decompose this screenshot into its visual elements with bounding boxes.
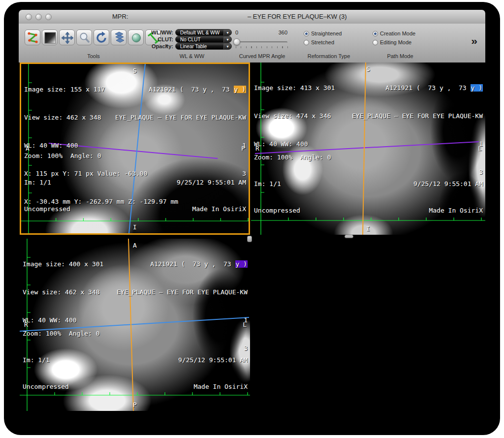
- popup-arrow-icon: ▼: [223, 36, 231, 42]
- overlay-bottom-left: Zoom: 100% Angle: 0 Im: 1/1 Uncompressed: [254, 135, 331, 233]
- popup-arrow-icon: ▼: [223, 43, 231, 49]
- minimize-button[interactable]: [35, 14, 42, 20]
- editing-mode-radio[interactable]: Editing Mode: [373, 39, 411, 45]
- orientation-top: A: [133, 241, 137, 250]
- radio-icon: [373, 31, 378, 36]
- radio-icon: [304, 31, 309, 36]
- window-title-prefix: MPR:: [112, 13, 128, 20]
- desktop-background: MPR: – EYE FOR EYE PLAQUE–KW (3): [4, 2, 500, 435]
- horizontal-splitter-handle[interactable]: [345, 235, 353, 238]
- opacity-popup[interactable]: Linear Table▼: [175, 43, 232, 50]
- close-button[interactable]: [26, 14, 32, 20]
- curved-angle-section-label: Curved MPR Angle: [234, 53, 290, 59]
- angle-max-label: 360: [275, 30, 287, 35]
- contrast-icon: [44, 31, 57, 44]
- popup-arrow-icon: ▼: [223, 30, 231, 35]
- mpr-pane-3[interactable]: Image size: 400 x 301 View size: 462 x 3…: [20, 239, 250, 411]
- wlww-popup[interactable]: Default WL & WW▼: [175, 29, 232, 36]
- overlay-bottom-right: 9/25/12 9:55:01 AM Made In OsiriX: [178, 338, 248, 409]
- mpr-pane-1[interactable]: Image size: 155 x 117 View size: 462 x 3…: [20, 63, 250, 235]
- orientation-bottom: P: [133, 400, 137, 409]
- vertical-splitter-handle[interactable]: [247, 236, 252, 242]
- reformation-section-label: Reformation Type: [299, 53, 358, 59]
- overlay-bottom-right: 9/25/12 9:55:01 AM Made In OsiriX: [413, 162, 483, 233]
- wlww-section-label: WL & WW: [135, 53, 249, 59]
- curved-path-icon: [27, 31, 39, 44]
- angle-min-label: 0: [235, 30, 238, 35]
- rotate-tool-button[interactable]: [94, 30, 109, 45]
- orientation-top: S: [366, 64, 370, 74]
- orientation-right: L: [243, 320, 247, 329]
- opacity-label: Opacity:: [135, 43, 175, 49]
- viewport-area: Image size: 155 x 117 View size: 462 x 3…: [19, 63, 485, 416]
- curved-path-tool-button[interactable]: [25, 30, 40, 45]
- slab-layers-icon: [113, 31, 126, 44]
- zoom-tool-button[interactable]: [76, 30, 92, 45]
- rotate-arrow-icon: [95, 31, 108, 44]
- orientation-top: S: [133, 66, 137, 75]
- overlay-bottom-right: 9/25/12 9:55:01 AM Made In OsiriX: [177, 160, 246, 231]
- pan-arrows-icon: [61, 31, 74, 44]
- zoom-window-button[interactable]: [45, 14, 52, 20]
- mpr-window: MPR: – EYE FOR EYE PLAQUE–KW (3): [19, 10, 485, 416]
- angle-slider-track[interactable]: [235, 41, 287, 44]
- toolbar-overflow-button[interactable]: »: [471, 35, 477, 47]
- magnifier-icon: [78, 31, 91, 44]
- radio-icon: [304, 40, 309, 45]
- window-title: – EYE FOR EYE PLAQUE–KW (3): [248, 13, 347, 20]
- straightened-radio[interactable]: Straightened: [304, 31, 342, 36]
- orientation-bottom: I: [133, 222, 137, 232]
- clut-popup[interactable]: No CLUT▼: [175, 36, 232, 43]
- toolbar: ▼ Tools WL/WW: Default WL & WW▼ CLUT: No…: [19, 24, 485, 63]
- overlay-bottom-left: Zoom: 100% Angle: 0 Im: 1/1 Uncompressed: [24, 134, 101, 231]
- mpr-pane-2[interactable]: Image size: 413 x 301 View size: 474 x 3…: [251, 63, 485, 235]
- angle-slider-ticks: [236, 46, 288, 48]
- orientation-bottom: I: [366, 224, 370, 233]
- thick-slab-tool-button[interactable]: [111, 30, 126, 45]
- creation-mode-radio[interactable]: Creation Mode: [373, 31, 415, 36]
- plane-color-chip: y ): [235, 260, 248, 268]
- wlww-contrast-tool-button[interactable]: [42, 30, 58, 45]
- orientation-right: L: [478, 144, 482, 153]
- wlww-label: WL/WW:: [135, 30, 175, 35]
- path-mode-section-label: Path Mode: [368, 53, 432, 59]
- radio-icon: [373, 40, 378, 45]
- overlay-bottom-left: Zoom: 100% Angle: 0 Im: 1/1 Uncompressed: [23, 312, 100, 409]
- pan-tool-button[interactable]: [59, 30, 75, 45]
- title-bar: MPR: – EYE FOR EYE PLAQUE–KW (3): [19, 10, 485, 24]
- stretched-radio[interactable]: Stretched: [304, 39, 334, 45]
- angle-slider-thumb[interactable]: [233, 38, 240, 45]
- plane-color-chip: y ): [471, 84, 483, 92]
- plane-color-chip: y ): [234, 86, 246, 93]
- orientation-right: P: [241, 144, 245, 153]
- clut-label: CLUT:: [135, 36, 175, 42]
